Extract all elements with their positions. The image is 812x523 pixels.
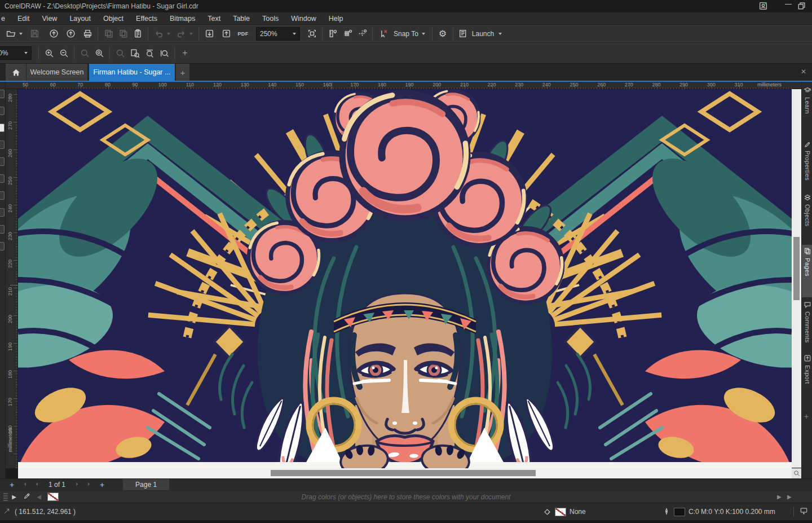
close-document-icon[interactable]: ✕	[801, 68, 806, 76]
undo-button[interactable]	[151, 27, 166, 41]
import-button[interactable]	[202, 27, 217, 41]
show-guidelines-button[interactable]	[355, 27, 369, 41]
redo-caret[interactable]	[189, 33, 193, 35]
minimize-button[interactable]: —	[781, 0, 796, 8]
zoom-level-combo[interactable]: 250%	[256, 27, 300, 41]
zoom-in-button[interactable]	[42, 46, 56, 60]
zoom-to-selected-button[interactable]	[92, 46, 107, 60]
palette-scroll-left[interactable]: ◀	[33, 494, 45, 500]
zoom-to-width-button[interactable]	[142, 46, 157, 60]
h-ruler-label: 130	[241, 82, 249, 87]
redo-button[interactable]	[174, 27, 188, 41]
pen-nib-icon	[663, 508, 670, 516]
last-page-button[interactable]	[83, 481, 96, 489]
h-ruler-label: 60	[50, 82, 56, 87]
palette-hint: Drag colors (or objects) here to store t…	[0, 493, 812, 501]
show-rulers-button[interactable]	[325, 27, 340, 41]
menu-item-effects[interactable]: Effects	[130, 13, 164, 24]
first-page-button[interactable]	[18, 481, 30, 489]
vertical-scrollbar[interactable]	[792, 89, 801, 468]
snap-off-button[interactable]	[376, 27, 390, 41]
snap-to-label[interactable]: Snap To	[394, 30, 418, 38]
launch-icon[interactable]	[456, 27, 471, 41]
sync-up-icon[interactable]	[46, 27, 61, 41]
menu-item-help[interactable]: Help	[323, 13, 350, 24]
print-button[interactable]	[80, 27, 95, 41]
docker-tab-objects[interactable]: Objects	[802, 191, 812, 244]
menu-item-e[interactable]: e	[0, 13, 11, 24]
publish-pdf-button[interactable]: PDF	[236, 27, 250, 41]
docker-tab-comments[interactable]: Comments	[802, 298, 812, 351]
page-1-tab[interactable]: Page 1	[123, 479, 169, 491]
zoom-out-button[interactable]	[56, 46, 71, 60]
menu-item-view[interactable]: View	[36, 13, 64, 24]
palette-scroll-right[interactable]: ▶	[777, 494, 782, 500]
v-ruler-label: 200	[7, 315, 13, 323]
horizontal-ruler[interactable]: 5060708090100110120130140150160170180190…	[0, 82, 812, 89]
docker-tab-export[interactable]: Export	[802, 352, 812, 405]
menu-item-window[interactable]: Window	[285, 13, 322, 24]
h-ruler-label: 300	[707, 82, 716, 87]
undo-caret[interactable]	[167, 33, 170, 35]
palette-expand-arrow[interactable]: ▶	[8, 494, 20, 500]
add-property-button[interactable]: +	[178, 46, 192, 60]
snap-to-caret[interactable]	[422, 33, 425, 35]
canvas-artwork[interactable]	[18, 89, 792, 468]
none-color-swatch[interactable]	[47, 493, 59, 501]
tab-welcome-screen[interactable]: Welcome Screen	[27, 64, 87, 81]
vertical-scrollbar-thumb[interactable]	[793, 237, 800, 300]
launch-label[interactable]: Launch	[472, 30, 494, 38]
zoom-one-to-one-button[interactable]	[77, 46, 92, 60]
zoom-to-height-button[interactable]	[157, 46, 171, 60]
restore-button[interactable]	[797, 1, 806, 12]
menu-item-tools[interactable]: Tools	[256, 13, 285, 24]
eyedropper-icon[interactable]	[20, 493, 33, 502]
monitor-icon[interactable]	[800, 507, 808, 517]
welcome-home-tab[interactable]	[6, 64, 26, 81]
next-page-button[interactable]	[71, 481, 83, 489]
sync-up2-icon[interactable]	[63, 27, 78, 41]
export-button[interactable]	[219, 27, 233, 41]
account-icon[interactable]	[758, 1, 768, 12]
cut-button[interactable]	[101, 27, 116, 41]
options-gear-icon[interactable]: ⚙	[435, 27, 450, 41]
outline-status[interactable]: C:0 M:0 Y:0 K:100 0.200 mm	[663, 508, 775, 516]
menu-item-layout[interactable]: Layout	[63, 13, 97, 24]
open-caret[interactable]	[19, 33, 23, 35]
menu-item-text[interactable]: Text	[201, 13, 227, 24]
show-grid-button[interactable]	[340, 27, 355, 41]
add-page-button-left[interactable]: +	[6, 480, 18, 489]
horizontal-scrollbar-thumb[interactable]	[271, 470, 536, 476]
vertical-ruler[interactable]: 280270260250240230220210200190180170160 …	[6, 89, 18, 468]
v-ruler-label: 250	[7, 177, 13, 185]
palette-drag-handle[interactable]	[3, 493, 8, 501]
copy-button[interactable]	[116, 27, 130, 41]
menu-item-table[interactable]: Table	[227, 13, 256, 24]
zoom-to-all-button[interactable]	[113, 46, 127, 60]
new-document-tab-button[interactable]: +	[176, 64, 189, 81]
palette-scroll-end[interactable]: ▶	[787, 494, 792, 500]
fill-status[interactable]: None	[543, 508, 586, 516]
open-button[interactable]	[3, 27, 18, 41]
fullscreen-preview-button[interactable]	[304, 27, 319, 41]
add-page-button-right[interactable]: +	[96, 480, 108, 489]
horizontal-scrollbar[interactable]	[18, 468, 792, 478]
menu-item-edit[interactable]: Edit	[11, 13, 36, 24]
menu-item-bitmaps[interactable]: Bitmaps	[164, 13, 201, 24]
h-ruler-unit: millimeters	[757, 82, 782, 87]
launch-caret[interactable]	[498, 33, 502, 35]
previous-page-button[interactable]	[30, 481, 43, 489]
zoom-levels-combo[interactable]: 0%	[0, 46, 32, 60]
tab-document-active[interactable]: Firman Hatibu - Sugar ...	[89, 64, 175, 81]
h-ruler-label: 180	[378, 82, 386, 87]
save-button[interactable]	[27, 27, 42, 41]
h-ruler-label: 90	[133, 82, 138, 87]
add-docker-button[interactable]: +	[804, 412, 809, 421]
docker-tab-pages[interactable]: Pages	[802, 245, 812, 297]
paste-button[interactable]	[130, 27, 145, 41]
zoom-to-page-button[interactable]	[127, 46, 142, 60]
docker-tab-learn[interactable]: Learn	[802, 84, 812, 137]
docker-tab-properties[interactable]: Properties	[802, 138, 812, 190]
menu-item-object[interactable]: Object	[97, 13, 130, 24]
scroll-corner-zoom-button[interactable]	[792, 468, 801, 478]
